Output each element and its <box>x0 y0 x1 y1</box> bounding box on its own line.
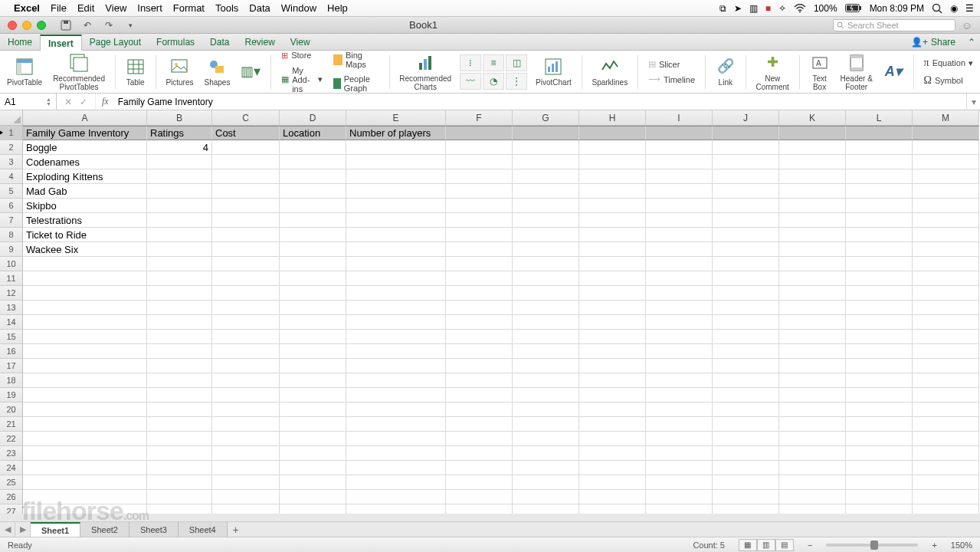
expand-formula-bar-icon[interactable]: ▾ <box>966 94 980 110</box>
cell[interactable] <box>23 344 147 359</box>
spreadsheet-grid[interactable]: ABCDEFGHIJKLM 1Family Game InventoryRati… <box>0 110 980 514</box>
cell[interactable] <box>147 475 212 490</box>
column-header[interactable]: H <box>579 110 646 126</box>
cell[interactable] <box>513 242 579 257</box>
row-header[interactable]: 4 <box>0 169 23 184</box>
cell[interactable] <box>646 446 713 461</box>
cell[interactable] <box>579 432 646 446</box>
cell[interactable]: Cost <box>212 126 280 140</box>
cell[interactable] <box>346 169 446 184</box>
cell[interactable] <box>513 301 579 315</box>
cell[interactable] <box>846 140 913 155</box>
shapes-button[interactable]: Shapes <box>202 57 233 87</box>
cell[interactable] <box>913 242 979 257</box>
cell[interactable] <box>646 504 713 514</box>
sheet-tab[interactable]: Sheet3 <box>129 522 179 537</box>
cell[interactable] <box>513 228 579 242</box>
cell[interactable] <box>713 257 779 271</box>
cell[interactable] <box>646 242 713 257</box>
cell[interactable] <box>713 446 779 461</box>
cell[interactable] <box>846 330 913 344</box>
cell[interactable] <box>846 432 913 446</box>
cell[interactable] <box>147 257 212 271</box>
cell[interactable] <box>779 330 846 344</box>
cell[interactable] <box>579 126 646 140</box>
cell[interactable] <box>846 184 913 199</box>
cell[interactable] <box>23 417 147 432</box>
cell[interactable] <box>579 504 646 514</box>
cell[interactable] <box>579 344 646 359</box>
cell[interactable] <box>713 169 779 184</box>
sparklines-button[interactable]: Sparklines <box>589 57 630 87</box>
tab-view[interactable]: View <box>283 34 318 50</box>
cell[interactable] <box>779 344 846 359</box>
menu-file[interactable]: File <box>51 2 67 14</box>
cell[interactable] <box>280 199 346 213</box>
formula-input[interactable]: Family Game Inventory <box>115 94 966 110</box>
cell[interactable] <box>346 315 446 330</box>
cell[interactable] <box>212 373 280 388</box>
cell[interactable] <box>513 184 579 199</box>
cell[interactable] <box>646 402 713 417</box>
menulet-icon[interactable]: ▥ <box>749 3 758 14</box>
cell[interactable] <box>579 359 646 373</box>
cell[interactable] <box>579 199 646 213</box>
cell[interactable] <box>913 257 979 271</box>
cell[interactable] <box>212 301 280 315</box>
column-header[interactable]: A <box>23 110 147 126</box>
cell[interactable] <box>212 169 280 184</box>
cell[interactable] <box>513 257 579 271</box>
cell[interactable] <box>846 504 913 514</box>
cell[interactable] <box>913 286 979 301</box>
scatter-chart-icon[interactable]: ⋮ <box>506 73 527 90</box>
cell[interactable] <box>913 388 979 402</box>
cell[interactable] <box>779 140 846 155</box>
column-header[interactable]: C <box>212 110 280 126</box>
row-header[interactable]: 3 <box>0 155 23 169</box>
cell[interactable] <box>147 242 212 257</box>
select-all-corner[interactable] <box>0 110 23 126</box>
menu-data[interactable]: Data <box>249 2 270 14</box>
cell[interactable] <box>346 140 446 155</box>
cell[interactable] <box>646 271 713 286</box>
cell[interactable] <box>446 155 513 169</box>
cell[interactable] <box>713 388 779 402</box>
zoom-in-button[interactable]: + <box>932 540 936 550</box>
cell[interactable] <box>212 388 280 402</box>
cell[interactable] <box>846 402 913 417</box>
recommended-charts-button[interactable]: Recommended Charts <box>397 53 454 91</box>
dropbox-icon[interactable]: ⧉ <box>719 3 726 14</box>
cell[interactable] <box>446 286 513 301</box>
cell[interactable] <box>446 402 513 417</box>
cell[interactable] <box>513 155 579 169</box>
cell[interactable] <box>23 373 147 388</box>
cell[interactable] <box>280 315 346 330</box>
timeline-button[interactable]: ⟶Timeline <box>646 73 697 86</box>
cell[interactable] <box>646 417 713 432</box>
cell[interactable] <box>446 140 513 155</box>
cell[interactable] <box>779 242 846 257</box>
clock[interactable]: Mon 8:09 PM <box>870 3 924 14</box>
cell[interactable] <box>646 257 713 271</box>
minimize-button[interactable] <box>22 21 31 30</box>
cell[interactable] <box>513 213 579 228</box>
cell[interactable] <box>147 432 212 446</box>
row-header[interactable]: 11 <box>0 271 23 286</box>
cell[interactable] <box>579 257 646 271</box>
cell[interactable] <box>513 330 579 344</box>
cell[interactable] <box>713 402 779 417</box>
cell[interactable] <box>446 271 513 286</box>
cell[interactable] <box>846 446 913 461</box>
column-header[interactable]: G <box>513 110 579 126</box>
cell[interactable] <box>646 140 713 155</box>
cell[interactable] <box>346 257 446 271</box>
cell[interactable] <box>513 315 579 330</box>
cell[interactable] <box>513 446 579 461</box>
cell[interactable] <box>513 417 579 432</box>
cell[interactable] <box>147 169 212 184</box>
equation-button[interactable]: πEquation ▾ <box>922 55 976 71</box>
chart-types[interactable]: ⫶ ≡ ◫ 〰 ◔ ⋮ <box>460 54 527 90</box>
cell[interactable] <box>646 169 713 184</box>
cell[interactable] <box>913 417 979 432</box>
cell[interactable] <box>913 402 979 417</box>
